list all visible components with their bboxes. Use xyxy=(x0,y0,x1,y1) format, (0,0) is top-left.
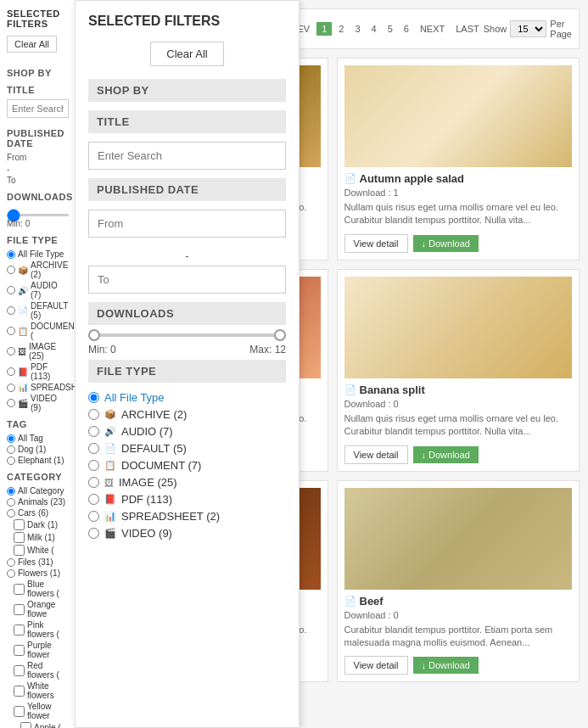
sidebar: SELECTED FILTERS Clear All SHOP BY TITLE… xyxy=(0,0,76,728)
sidebar-filetype-video[interactable]: 🎬 VIDEO (9) xyxy=(7,394,69,412)
sidebar-title-section-label: TITLE xyxy=(7,85,69,95)
overlay-filetype-all[interactable]: All File Type xyxy=(88,391,286,404)
overlay-filetype-video-label: VIDEO (9) xyxy=(121,527,172,540)
sidebar-to-label: To xyxy=(7,176,69,185)
sidebar-filetype-all[interactable]: All File Type xyxy=(7,249,69,259)
overlay-filetype-spreadsheet-label: SPREADSHEET (2) xyxy=(121,510,220,523)
overlay-dash: - xyxy=(88,249,286,262)
overlay-from-input[interactable] xyxy=(88,210,286,238)
overlay-filetype-audio-label: AUDIO (7) xyxy=(121,425,173,438)
product-image-beef xyxy=(344,488,573,590)
sidebar-downloads-label: DOWNLOADS xyxy=(7,192,69,202)
overlay-filetype-document-label: DOCUMENT (7) xyxy=(121,459,201,472)
archive-icon: 📦 xyxy=(104,409,116,420)
sidebar-downloads-slider[interactable] xyxy=(7,214,69,216)
overlay-filetype-image[interactable]: 🖼 IMAGE (25) xyxy=(88,476,286,489)
overlay-filetype-spreadsheet[interactable]: 📊 SPREADSHEET (2) xyxy=(88,510,286,523)
sidebar-filetype-archive-label: ARCHIVE (2) xyxy=(31,260,69,279)
default-icon: 📄 xyxy=(104,443,116,454)
page-last[interactable]: LAST xyxy=(451,22,484,36)
product-file-icon-beef: 📄 xyxy=(344,596,356,607)
overlay-filetype-pdf[interactable]: 📕 PDF (113) xyxy=(88,493,286,506)
download-autumn-salad-button[interactable]: ↓ Download xyxy=(413,235,479,252)
product-downloads-beef: Download : 0 xyxy=(344,610,573,620)
sidebar-cat-red-flowers: Red flowers ( xyxy=(27,661,69,680)
sidebar-from-label: From xyxy=(7,153,69,162)
show-select[interactable]: 15 30 60 xyxy=(510,20,546,37)
sidebar-cat-dark: Dark (1) xyxy=(27,520,58,529)
sidebar-search-input[interactable] xyxy=(7,99,69,118)
overlay-search-input[interactable] xyxy=(88,142,286,170)
sidebar-filetype-audio-label: AUDIO (7) xyxy=(31,281,69,300)
overlay-slider-track xyxy=(88,333,286,337)
sidebar-filetype-all-label: All File Type xyxy=(18,249,64,259)
sidebar-cat-milk: Milk (1) xyxy=(27,533,55,542)
sidebar-cat-blue-flowers: Blue flowers ( xyxy=(27,580,69,598)
overlay-title-section-label: TITLE xyxy=(88,110,286,133)
page-3[interactable]: 3 xyxy=(350,22,364,36)
overlay-filetype-document[interactable]: 📋 DOCUMENT (7) xyxy=(88,459,286,472)
page-1[interactable]: 1 xyxy=(316,22,332,36)
sidebar-filetype-document-label: DOCUMENT ( xyxy=(31,322,80,340)
product-file-icon-banana-split: 📄 xyxy=(344,384,356,395)
sidebar-cat-orange-flowers: Orange flowe xyxy=(27,600,69,619)
view-detail-banana-split-button[interactable]: View detail xyxy=(344,445,408,464)
sidebar-filetype-default-label: DEFAULT (5) xyxy=(31,301,69,320)
sidebar-filetype-pdf[interactable]: 📕 PDF (113) xyxy=(7,362,69,381)
sidebar-published-date-label: PUBLISHED DATE xyxy=(7,128,69,148)
view-detail-beef-button[interactable]: View detail xyxy=(344,656,408,675)
overlay-filetype-archive[interactable]: 📦 ARCHIVE (2) xyxy=(88,408,286,421)
sidebar-filetype-document[interactable]: 📋 DOCUMENT ( xyxy=(7,322,69,340)
sidebar-filetype-image[interactable]: 🖼 IMAGE (25) xyxy=(7,342,69,361)
download-beef-button[interactable]: ↓ Download xyxy=(413,657,479,674)
overlay-clear-all-button[interactable]: Clear All xyxy=(150,42,223,66)
product-name-banana-split: Banana split xyxy=(360,384,425,396)
page-2[interactable]: 2 xyxy=(334,22,348,36)
product-name-autumn-salad: Autumn apple salad xyxy=(360,172,465,185)
sidebar-cat-white-flowers: White flowers xyxy=(27,681,69,700)
page-6[interactable]: 6 xyxy=(400,22,413,36)
overlay-slider-thumb-left[interactable] xyxy=(88,329,100,341)
sidebar-filetype-pdf-label: PDF (113) xyxy=(31,362,69,381)
product-card-beef: 📄 Beef Download : 0 Curabitur blandit te… xyxy=(337,480,580,683)
sidebar-clear-all-button[interactable]: Clear All xyxy=(7,36,57,53)
sidebar-filetype-image-label: IMAGE (25) xyxy=(29,342,69,361)
overlay-filetype-image-label: IMAGE (25) xyxy=(119,476,177,489)
product-actions-autumn-salad: View detail ↓ Download xyxy=(344,234,573,253)
sidebar-dash: - xyxy=(7,164,69,174)
page-4[interactable]: 4 xyxy=(367,22,381,36)
page-5[interactable]: 5 xyxy=(384,22,397,36)
overlay-to-input[interactable] xyxy=(88,266,286,294)
sidebar-cat-animals: Animals (23) xyxy=(18,497,65,507)
sidebar-filetype-audio[interactable]: 🔊 AUDIO (7) xyxy=(7,281,69,300)
overlay-slider-thumb-right[interactable] xyxy=(274,329,286,341)
sidebar-tag-all: All Tag xyxy=(18,434,43,443)
product-card-banana-split: 📄 Banana split Download : 0 Nullam quis … xyxy=(337,269,580,472)
per-page-label: Per Page xyxy=(550,19,572,39)
product-downloads-autumn-salad: Download : 1 xyxy=(344,188,573,198)
overlay-title: SELECTED FILTERS xyxy=(88,14,286,29)
sidebar-filetype-default[interactable]: 📄 DEFAULT (5) xyxy=(7,301,69,320)
overlay-file-type-label: FILE TYPE xyxy=(88,360,286,383)
overlay-range-labels: Min: 0 Max: 12 xyxy=(88,344,286,356)
overlay-filetype-audio[interactable]: 🔊 AUDIO (7) xyxy=(88,425,286,438)
overlay-filetype-default[interactable]: 📄 DEFAULT (5) xyxy=(88,442,286,455)
overlay-filetype-video[interactable]: 🎬 VIDEO (9) xyxy=(88,527,286,540)
sidebar-cat-cars: Cars (6) xyxy=(18,508,48,518)
page-next[interactable]: NEXT xyxy=(416,22,449,36)
sidebar-filetype-archive[interactable]: 📦 ARCHIVE (2) xyxy=(7,260,69,279)
document-icon: 📋 xyxy=(104,460,116,471)
sidebar-tag-dog: Dog (1) xyxy=(18,445,46,454)
overlay-max-label: Max: 12 xyxy=(249,344,286,356)
sidebar-category-label: CATEGORY xyxy=(7,472,69,482)
overlay-slider-container: Min: 0 Max: 12 xyxy=(88,333,286,356)
sidebar-cat-apple: Apple ( xyxy=(34,723,61,728)
view-detail-autumn-salad-button[interactable]: View detail xyxy=(344,234,408,253)
audio-icon: 🔊 xyxy=(104,426,116,437)
sidebar-cat-white: White ( xyxy=(27,546,54,555)
product-name-beef: Beef xyxy=(360,595,384,608)
product-image-autumn-salad xyxy=(344,65,573,167)
sidebar-filetype-spreadsheet[interactable]: 📊 SPREADSHE xyxy=(7,383,69,392)
download-banana-split-button[interactable]: ↓ Download xyxy=(413,446,479,463)
sidebar-shop-by-label: SHOP BY xyxy=(7,68,69,78)
